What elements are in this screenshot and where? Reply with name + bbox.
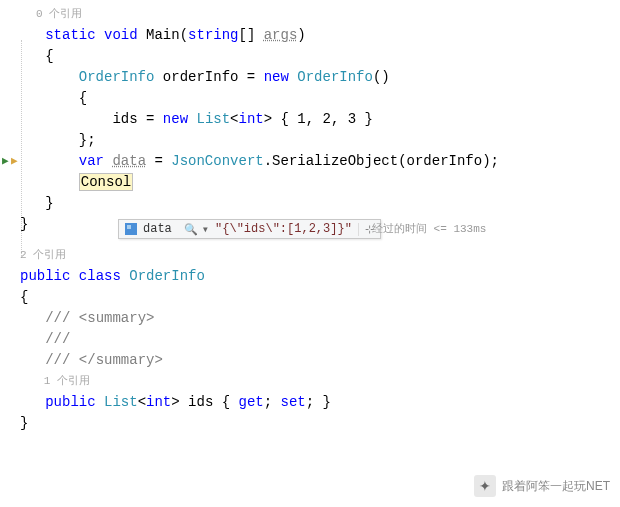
codelens-refs[interactable]: 0 个引用 — [20, 4, 620, 25]
codelens-refs[interactable]: 1 个引用 — [20, 371, 620, 392]
current-statement[interactable]: Consol — [79, 173, 133, 191]
code-line[interactable]: public class OrderInfo — [20, 266, 620, 287]
code-line[interactable]: } — [20, 413, 620, 434]
code-line[interactable]: /// — [20, 329, 620, 350]
watermark-text: 跟着阿笨一起玩NET — [502, 478, 610, 495]
debug-datatip[interactable]: data 🔍 ▾ "{\"ids\":[1,2,3]}" ⊹ — [118, 219, 381, 239]
wechat-icon: ✦ — [474, 475, 496, 497]
codelens-refs[interactable]: 2 个引用 — [20, 245, 620, 266]
code-line[interactable]: { — [20, 88, 620, 109]
datatip-value: "{\"ids\":[1,2,3]}" — [213, 222, 358, 236]
code-line[interactable]: OrderInfo orderInfo = new OrderInfo() — [20, 67, 620, 88]
code-editor[interactable]: 0 个引用 static void Main(string[] args) { … — [0, 0, 620, 434]
code-line[interactable]: ids = new List<int> { 1, 2, 3 } — [20, 109, 620, 130]
code-line[interactable]: }; — [20, 130, 620, 151]
code-line[interactable]: } — [20, 193, 620, 214]
code-line[interactable]: { — [20, 46, 620, 67]
step-arrow-icon: ▶ — [11, 151, 18, 172]
magnifier-icon[interactable]: 🔍 — [180, 223, 202, 236]
code-line[interactable]: public List<int> ids { get; set; } — [20, 392, 620, 413]
variable-icon — [125, 223, 137, 235]
code-line[interactable]: static void Main(string[] args) — [20, 25, 620, 46]
code-line[interactable]: /// <summary> — [20, 308, 620, 329]
perf-tip[interactable]: 经过的时间 <= 133ms — [372, 221, 486, 236]
datatip-name: data — [141, 222, 180, 236]
code-line[interactable]: { — [20, 287, 620, 308]
chevron-down-icon[interactable]: ▾ — [202, 222, 213, 237]
code-line[interactable]: Consol — [20, 172, 620, 193]
code-line[interactable]: /// </summary> — [20, 350, 620, 371]
exec-arrow-icon: ▶ — [2, 151, 9, 172]
watermark: ✦ 跟着阿笨一起玩NET — [474, 475, 610, 497]
code-line[interactable]: ▶▶ var data = JsonConvert.SerializeObjec… — [20, 151, 620, 172]
